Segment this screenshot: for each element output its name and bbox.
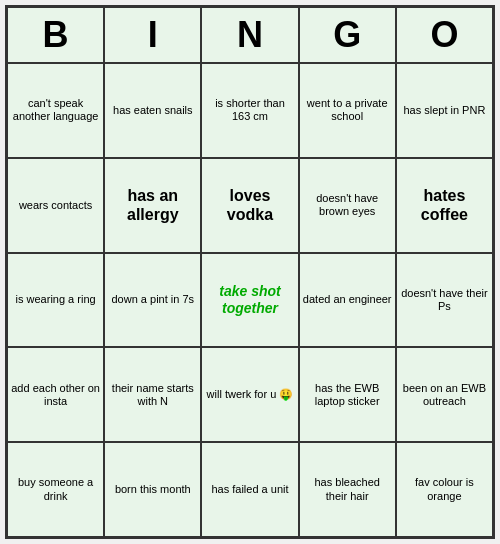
bingo-cell[interactable]: will twerk for u 🤑 <box>201 347 298 442</box>
header-letter: O <box>396 7 493 63</box>
header-letter: N <box>201 7 298 63</box>
bingo-cell[interactable]: has an allergy <box>104 158 201 253</box>
bingo-cell[interactable]: take shot together <box>201 253 298 348</box>
bingo-cell[interactable]: their name starts with N <box>104 347 201 442</box>
bingo-cell[interactable]: can't speak another language <box>7 63 104 158</box>
header-letter: B <box>7 7 104 63</box>
header-letter: I <box>104 7 201 63</box>
bingo-cell[interactable]: been on an EWB outreach <box>396 347 493 442</box>
bingo-cell[interactable]: is shorter than 163 cm <box>201 63 298 158</box>
bingo-cell[interactable]: hates coffee <box>396 158 493 253</box>
bingo-cell[interactable]: is wearing a ring <box>7 253 104 348</box>
bingo-cell[interactable]: doesn't have their Ps <box>396 253 493 348</box>
bingo-cell[interactable]: doesn't have brown eyes <box>299 158 396 253</box>
bingo-cell[interactable]: has the EWB laptop sticker <box>299 347 396 442</box>
bingo-header: BINGO <box>7 7 493 63</box>
bingo-cell[interactable]: went to a private school <box>299 63 396 158</box>
header-letter: G <box>299 7 396 63</box>
bingo-grid: can't speak another languagehas eaten sn… <box>7 63 493 537</box>
bingo-cell[interactable]: fav colour is orange <box>396 442 493 537</box>
bingo-cell[interactable]: born this month <box>104 442 201 537</box>
bingo-cell[interactable]: wears contacts <box>7 158 104 253</box>
bingo-cell[interactable]: has failed a unit <box>201 442 298 537</box>
bingo-cell[interactable]: loves vodka <box>201 158 298 253</box>
bingo-cell[interactable]: has slept in PNR <box>396 63 493 158</box>
bingo-cell[interactable]: has eaten snails <box>104 63 201 158</box>
bingo-card: BINGO can't speak another languagehas ea… <box>5 5 495 539</box>
bingo-cell[interactable]: buy someone a drink <box>7 442 104 537</box>
bingo-cell[interactable]: down a pint in 7s <box>104 253 201 348</box>
bingo-cell[interactable]: has bleached their hair <box>299 442 396 537</box>
bingo-cell[interactable]: add each other on insta <box>7 347 104 442</box>
bingo-cell[interactable]: dated an engineer <box>299 253 396 348</box>
